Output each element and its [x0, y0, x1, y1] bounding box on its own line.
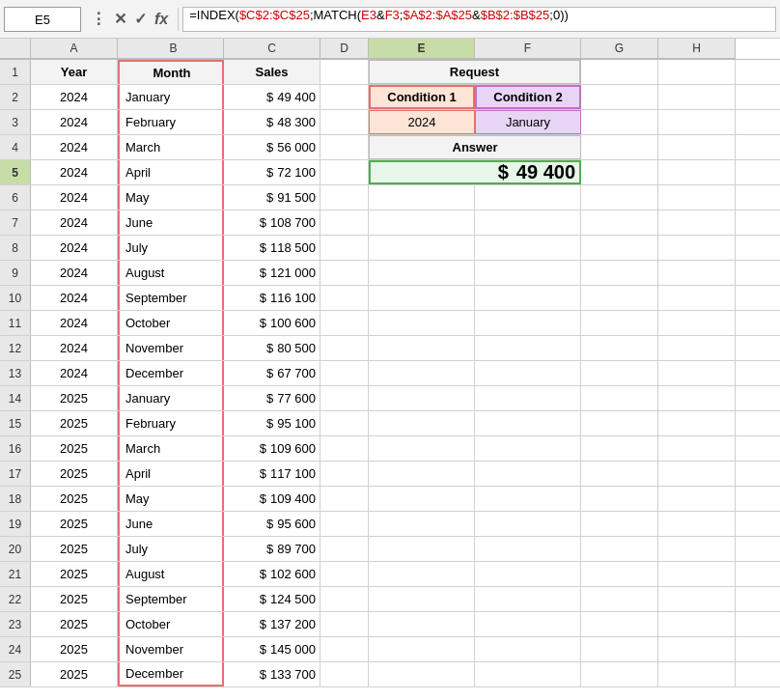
- cell-b21[interactable]: August: [118, 562, 224, 586]
- cell-g11[interactable]: [581, 311, 658, 335]
- col-header-h[interactable]: H: [658, 39, 736, 59]
- cell-h2[interactable]: [658, 85, 736, 109]
- cell-e13[interactable]: [369, 361, 475, 385]
- cell-c23[interactable]: $137 200: [224, 612, 320, 636]
- cell-b4[interactable]: March: [118, 135, 224, 159]
- cell-a7[interactable]: 2024: [31, 210, 118, 235]
- cell-b22[interactable]: September: [118, 587, 224, 611]
- cell-d10[interactable]: [320, 286, 369, 310]
- cell-g12[interactable]: [581, 336, 658, 360]
- cell-ef4-answer-label[interactable]: Answer: [369, 135, 581, 159]
- cell-a15[interactable]: 2025: [31, 411, 118, 435]
- cell-d12[interactable]: [320, 336, 369, 360]
- cell-h15[interactable]: [658, 411, 736, 435]
- cell-c6[interactable]: $91 500: [224, 185, 320, 210]
- cell-h11[interactable]: [658, 311, 736, 335]
- cell-d19[interactable]: [320, 512, 369, 536]
- cell-d16[interactable]: [320, 436, 369, 461]
- cell-b2[interactable]: January: [118, 85, 224, 109]
- cell-h5[interactable]: [658, 160, 736, 184]
- cell-a3[interactable]: 2024: [31, 110, 118, 134]
- cell-h8[interactable]: [658, 236, 736, 260]
- cell-h22[interactable]: [658, 587, 736, 611]
- cell-e10[interactable]: [369, 286, 475, 310]
- cell-g9[interactable]: [581, 261, 658, 285]
- cell-b7[interactable]: June: [118, 210, 224, 235]
- cell-g20[interactable]: [581, 537, 658, 561]
- cell-b13[interactable]: December: [118, 361, 224, 385]
- cell-c21[interactable]: $102 600: [224, 562, 320, 586]
- cell-f25[interactable]: [475, 662, 581, 686]
- cell-b6[interactable]: May: [118, 185, 224, 210]
- cell-a8[interactable]: 2024: [31, 236, 118, 260]
- cell-h18[interactable]: [658, 487, 736, 511]
- cell-b25[interactable]: December: [118, 662, 224, 686]
- cell-e9[interactable]: [369, 261, 475, 285]
- cell-f14[interactable]: [475, 386, 581, 410]
- cell-d3[interactable]: [320, 110, 369, 134]
- cell-e16[interactable]: [369, 436, 475, 461]
- cell-e2-cond1-label[interactable]: Condition 1: [369, 85, 475, 109]
- cell-b12[interactable]: November: [118, 336, 224, 360]
- cell-g10[interactable]: [581, 286, 658, 310]
- cell-h4[interactable]: [658, 135, 736, 159]
- cell-a14[interactable]: 2025: [31, 386, 118, 410]
- cell-b8[interactable]: July: [118, 236, 224, 260]
- col-header-d[interactable]: D: [320, 39, 369, 59]
- cell-name-box[interactable]: E5: [4, 7, 81, 32]
- cell-d25[interactable]: [320, 662, 369, 686]
- cell-h1[interactable]: [658, 60, 736, 84]
- row-header-16[interactable]: 16: [0, 436, 31, 461]
- cell-d1[interactable]: [320, 60, 369, 84]
- row-header-10[interactable]: 10: [0, 286, 31, 310]
- row-header-8[interactable]: 8: [0, 236, 31, 260]
- cell-b23[interactable]: October: [118, 612, 224, 636]
- cell-d11[interactable]: [320, 311, 369, 335]
- cell-e15[interactable]: [369, 411, 475, 435]
- cancel-icon[interactable]: ✕: [114, 10, 126, 28]
- cell-b5[interactable]: April: [118, 160, 224, 184]
- cell-h25[interactable]: [658, 662, 736, 686]
- cell-c20[interactable]: $89 700: [224, 537, 320, 561]
- confirm-icon[interactable]: ✓: [134, 10, 147, 28]
- cell-d22[interactable]: [320, 587, 369, 611]
- row-header-3[interactable]: 3: [0, 110, 31, 134]
- cell-a20[interactable]: 2025: [31, 537, 118, 561]
- row-header-6[interactable]: 6: [0, 185, 31, 210]
- cell-h3[interactable]: [658, 110, 736, 134]
- cell-f24[interactable]: [475, 637, 581, 661]
- row-header-2[interactable]: 2: [0, 85, 31, 109]
- cell-g23[interactable]: [581, 612, 658, 636]
- cell-d15[interactable]: [320, 411, 369, 435]
- cell-g4[interactable]: [581, 135, 658, 159]
- row-header-11[interactable]: 11: [0, 311, 31, 335]
- cell-f6[interactable]: [475, 185, 581, 210]
- row-header-20[interactable]: 20: [0, 537, 31, 561]
- row-header-12[interactable]: 12: [0, 336, 31, 360]
- cell-f9[interactable]: [475, 261, 581, 285]
- cell-a11[interactable]: 2024: [31, 311, 118, 335]
- cell-g8[interactable]: [581, 236, 658, 260]
- cell-g14[interactable]: [581, 386, 658, 410]
- cell-e23[interactable]: [369, 612, 475, 636]
- cell-c22[interactable]: $124 500: [224, 587, 320, 611]
- row-header-7[interactable]: 7: [0, 210, 31, 235]
- cell-b19[interactable]: June: [118, 512, 224, 536]
- col-header-b[interactable]: B: [118, 39, 224, 59]
- cell-d4[interactable]: [320, 135, 369, 159]
- cell-g6[interactable]: [581, 185, 658, 210]
- cell-b9[interactable]: August: [118, 261, 224, 285]
- cell-a2[interactable]: 2024: [31, 85, 118, 109]
- cell-a24[interactable]: 2025: [31, 637, 118, 661]
- cell-e6[interactable]: [369, 185, 475, 210]
- cell-e14[interactable]: [369, 386, 475, 410]
- cell-f20[interactable]: [475, 537, 581, 561]
- cell-c4[interactable]: $56 000: [224, 135, 320, 159]
- cell-a16[interactable]: 2025: [31, 436, 118, 461]
- cell-b18[interactable]: May: [118, 487, 224, 511]
- cell-b11[interactable]: October: [118, 311, 224, 335]
- cell-b10[interactable]: September: [118, 286, 224, 310]
- cell-b16[interactable]: March: [118, 436, 224, 461]
- cell-e17[interactable]: [369, 462, 475, 486]
- cell-a25[interactable]: 2025: [31, 662, 118, 686]
